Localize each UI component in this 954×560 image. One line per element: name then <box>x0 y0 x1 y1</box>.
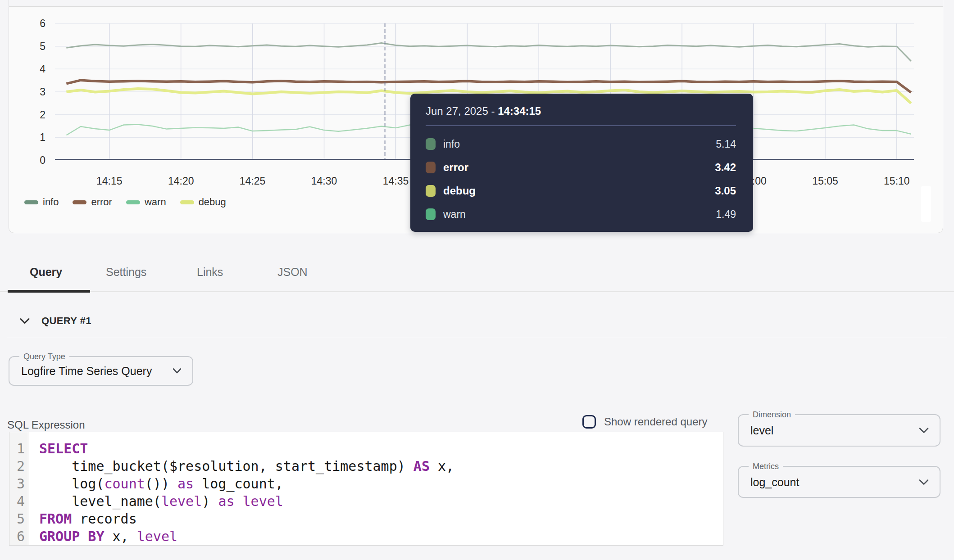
panel-editor-page: 6543210 14:1514:2014:2514:3014:3514:4014… <box>0 0 954 560</box>
sql-code-editor[interactable]: 123456 SELECT time_bucket($resolution, s… <box>9 432 723 546</box>
legend-label: debug <box>199 196 226 208</box>
legend-label: info <box>43 196 59 208</box>
show-rendered-query-checkbox[interactable] <box>582 415 596 429</box>
dimension-label: Dimension <box>749 410 795 420</box>
editor-line-number-gutter: 123456 <box>9 432 28 545</box>
tooltip-row-info: info 5.14 <box>426 132 736 156</box>
x-tick-label: 14:35 <box>375 175 416 187</box>
metrics-select[interactable]: Metrics log_count <box>738 466 940 498</box>
tab-json[interactable]: JSON <box>277 265 308 279</box>
legend-label: warn <box>145 196 166 208</box>
query-section-header[interactable]: QUERY #1 <box>20 315 91 327</box>
active-tab-underline <box>8 290 90 293</box>
tooltip-timestamp: Jun 27, 2025 - 14:34:15 <box>426 104 736 118</box>
time-series-chart-card: 6543210 14:1514:2014:2514:3014:3514:4014… <box>9 6 943 233</box>
section-divider <box>7 337 947 337</box>
legend-item-info[interactable]: info <box>24 196 59 208</box>
show-rendered-query-label[interactable]: Show rendered query <box>604 415 707 428</box>
dimension-select[interactable]: Dimension level <box>738 414 940 447</box>
x-tick-label: 14:15 <box>89 175 130 187</box>
show-rendered-query-control: Show rendered query <box>582 415 707 429</box>
chart-legend: info error warn debug <box>24 196 226 208</box>
tab-underline-track <box>0 291 954 292</box>
legend-item-error[interactable]: error <box>73 196 112 208</box>
legend-swatch-info <box>24 200 38 204</box>
tab-query[interactable]: Query <box>30 265 62 279</box>
scrollbar-thumb[interactable] <box>921 186 931 222</box>
y-tick-label: 0 <box>18 154 45 167</box>
x-tick-label: 14:20 <box>161 175 201 187</box>
legend-item-warn[interactable]: warn <box>126 196 166 208</box>
series-color-chip <box>426 138 436 150</box>
code-line: level_name(level) as level <box>39 492 723 510</box>
tooltip-row-error: error 3.42 <box>426 156 736 179</box>
y-tick-label: 4 <box>18 63 45 75</box>
chevron-down-icon <box>919 479 929 485</box>
sql-expression-label: SQL Expression <box>7 419 85 431</box>
query-type-select[interactable]: Query Type Logfire Time Series Query <box>9 356 193 386</box>
chevron-down-icon <box>173 368 182 374</box>
legend-swatch-error <box>73 200 86 204</box>
y-tick-label: 1 <box>18 131 45 144</box>
series-color-chip <box>426 208 436 220</box>
tooltip-row-warn: warn 1.49 <box>426 203 736 226</box>
y-tick-label: 5 <box>18 40 45 53</box>
code-line: GROUP BY x, level <box>39 528 723 545</box>
y-tick-label: 3 <box>18 86 45 98</box>
metrics-value: log_count <box>750 475 799 488</box>
query-section-title: QUERY #1 <box>41 315 91 327</box>
x-tick-label: 15:05 <box>805 175 845 187</box>
tooltip-rows: info 5.14 error 3.42 debug 3.05 warn 1.4… <box>426 132 736 226</box>
series-color-chip <box>426 162 436 173</box>
tab-bar: Query Settings Links JSON <box>0 263 954 293</box>
code-line: time_bucket($resolution, start_timestamp… <box>39 457 723 475</box>
tab-settings[interactable]: Settings <box>106 265 146 279</box>
chart-tooltip: Jun 27, 2025 - 14:34:15 info 5.14 error … <box>410 94 753 232</box>
tooltip-divider <box>426 125 736 126</box>
tooltip-row-debug: debug 3.05 <box>426 179 736 203</box>
tab-links[interactable]: Links <box>197 265 223 279</box>
metrics-label: Metrics <box>749 461 783 471</box>
code-line: SELECT <box>39 440 723 457</box>
legend-label: error <box>91 196 112 208</box>
series-color-chip <box>426 185 436 197</box>
legend-item-debug[interactable]: debug <box>180 196 226 208</box>
y-tick-label: 6 <box>18 17 45 30</box>
code-line: log(count()) as log_count, <box>39 475 723 492</box>
card-border-stub-left <box>9 0 9 6</box>
x-tick-label: 15:10 <box>877 175 917 187</box>
chevron-down-icon <box>919 427 929 434</box>
x-tick-label: 14:25 <box>232 175 273 187</box>
series-line-info <box>66 43 911 61</box>
chevron-down-icon <box>20 318 30 324</box>
legend-swatch-warn <box>126 200 140 204</box>
x-tick-label: 14:30 <box>304 175 345 187</box>
query-type-label: Query Type <box>19 352 69 361</box>
legend-swatch-debug <box>180 200 194 204</box>
editor-code-area[interactable]: SELECT time_bucket($resolution, start_ti… <box>28 432 723 545</box>
dimension-value: level <box>750 424 773 437</box>
query-type-value: Logfire Time Series Query <box>21 365 152 378</box>
code-line: FROM records <box>39 510 723 528</box>
y-tick-label: 2 <box>18 108 45 121</box>
card-border-stub-right <box>943 0 943 6</box>
